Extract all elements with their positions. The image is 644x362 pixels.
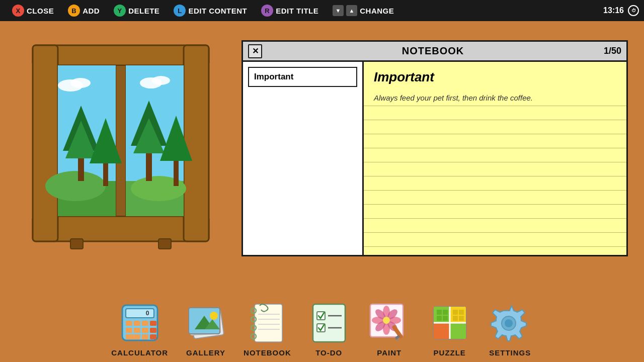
notebook-title: NOTEBOOK <box>402 45 464 57</box>
x-button-icon: X <box>12 5 24 17</box>
svg-point-48 <box>210 312 218 320</box>
add-button[interactable]: B ADD <box>61 0 107 21</box>
svg-rect-27 <box>158 239 171 249</box>
gallery-label: GALLERY <box>186 348 225 357</box>
edit-title-label: EDIT TITLE <box>276 7 318 15</box>
svg-rect-41 <box>150 334 156 339</box>
change-label: CHANGE <box>360 7 394 15</box>
close-label: CLOSE <box>27 7 54 15</box>
svg-rect-60 <box>313 304 345 342</box>
notebook-app-icon <box>245 300 290 345</box>
notebook-close-button[interactable]: ✕ <box>248 44 262 58</box>
svg-rect-87 <box>443 310 448 315</box>
add-label: ADD <box>83 7 100 15</box>
bottom-app-bar: 0 CALCULATOR <box>0 300 644 357</box>
svg-rect-4 <box>184 45 209 241</box>
l-button-icon: L <box>174 5 186 17</box>
notebook-lines <box>364 92 626 255</box>
app-puzzle[interactable]: PUZZLE <box>427 300 472 357</box>
svg-rect-33 <box>142 321 148 326</box>
delete-label: DELETE <box>128 7 159 15</box>
notebook-content-text: Always feed your pet first, then drink t… <box>374 91 616 105</box>
svg-rect-34 <box>150 321 156 326</box>
svg-rect-36 <box>134 328 140 333</box>
svg-rect-93 <box>459 316 464 321</box>
svg-point-75 <box>383 317 390 324</box>
svg-rect-39 <box>126 334 140 339</box>
svg-point-10 <box>45 171 106 201</box>
svg-rect-92 <box>453 316 458 321</box>
clock-display: 13:16 ⏱ <box>603 5 639 16</box>
notebook-page-count: 1/50 <box>604 46 621 56</box>
notebook-content-area: Important Always feed your pet first, th… <box>364 62 626 255</box>
svg-rect-37 <box>142 328 148 333</box>
topbar: X CLOSE B ADD Y DELETE L EDIT CONTENT R … <box>0 0 644 21</box>
r-button-icon: R <box>261 5 273 17</box>
todo-icon <box>306 300 352 345</box>
app-paint[interactable]: PAINT <box>367 300 412 357</box>
dpad-down-icon: ▼ <box>333 5 344 16</box>
app-gallery[interactable]: GALLERY <box>183 300 228 357</box>
window-scene <box>30 40 211 251</box>
settings-icon <box>488 300 533 345</box>
delete-button[interactable]: Y DELETE <box>107 0 167 21</box>
paint-label: PAINT <box>377 348 401 357</box>
svg-rect-26 <box>70 239 83 249</box>
y-button-icon: Y <box>114 5 126 17</box>
calculator-label: CALCULATOR <box>111 348 168 357</box>
svg-rect-82 <box>434 323 450 339</box>
svg-rect-3 <box>33 45 58 241</box>
svg-point-23 <box>70 78 91 88</box>
puzzle-icon <box>427 300 472 345</box>
svg-rect-89 <box>443 316 448 321</box>
svg-point-95 <box>505 319 513 327</box>
gallery-icon <box>183 300 228 345</box>
calculator-icon: 0 <box>117 300 163 345</box>
svg-rect-35 <box>126 328 132 333</box>
svg-rect-32 <box>134 321 140 326</box>
edit-content-label: EDIT CONTENT <box>188 7 247 15</box>
svg-rect-88 <box>437 316 442 321</box>
svg-text:0: 0 <box>145 310 149 317</box>
svg-point-25 <box>152 76 170 85</box>
close-button[interactable]: X CLOSE <box>5 0 61 21</box>
change-button[interactable]: ▼ ▲ CHANGE <box>326 0 401 21</box>
svg-rect-38 <box>150 328 156 333</box>
svg-rect-2 <box>33 216 209 241</box>
paint-icon <box>367 300 412 345</box>
svg-rect-29 <box>126 309 154 318</box>
settings-label: SETTINGS <box>489 348 531 357</box>
notebook-header: ✕ NOTEBOOK 1/50 <box>243 42 626 62</box>
svg-rect-51 <box>255 304 282 342</box>
app-calculator[interactable]: 0 CALCULATOR <box>111 300 168 357</box>
clock-icon: ⏱ <box>628 5 639 16</box>
b-button-icon: B <box>68 5 80 17</box>
edit-content-button[interactable]: L EDIT CONTENT <box>167 0 254 21</box>
notebook-sidebar: Important <box>243 62 364 255</box>
svg-rect-5 <box>116 65 126 216</box>
svg-rect-40 <box>142 334 148 339</box>
notebook-body: Important Important Always feed your pet… <box>243 62 626 255</box>
notebook-content-title: Important <box>374 69 616 85</box>
puzzle-label: PUZZLE <box>434 348 466 357</box>
todo-label: TO-DO <box>315 348 342 357</box>
svg-rect-90 <box>453 310 458 315</box>
svg-rect-31 <box>126 321 132 326</box>
svg-rect-86 <box>437 310 442 315</box>
svg-rect-1 <box>33 45 209 65</box>
notebook-panel: ✕ NOTEBOOK 1/50 Important Important Alwa… <box>242 40 628 256</box>
edit-title-button[interactable]: R EDIT TITLE <box>254 0 326 21</box>
notebook-app-label: NOTEBOOK <box>244 348 291 357</box>
svg-rect-91 <box>459 310 464 315</box>
app-notebook[interactable]: NOTEBOOK <box>244 300 291 357</box>
app-todo[interactable]: TO-DO <box>306 300 352 357</box>
time-text: 13:16 <box>603 6 624 15</box>
notebook-entry-title: Important <box>248 67 357 87</box>
app-settings[interactable]: SETTINGS <box>488 300 533 357</box>
svg-rect-83 <box>450 323 466 339</box>
dpad-up-icon: ▲ <box>346 5 357 16</box>
